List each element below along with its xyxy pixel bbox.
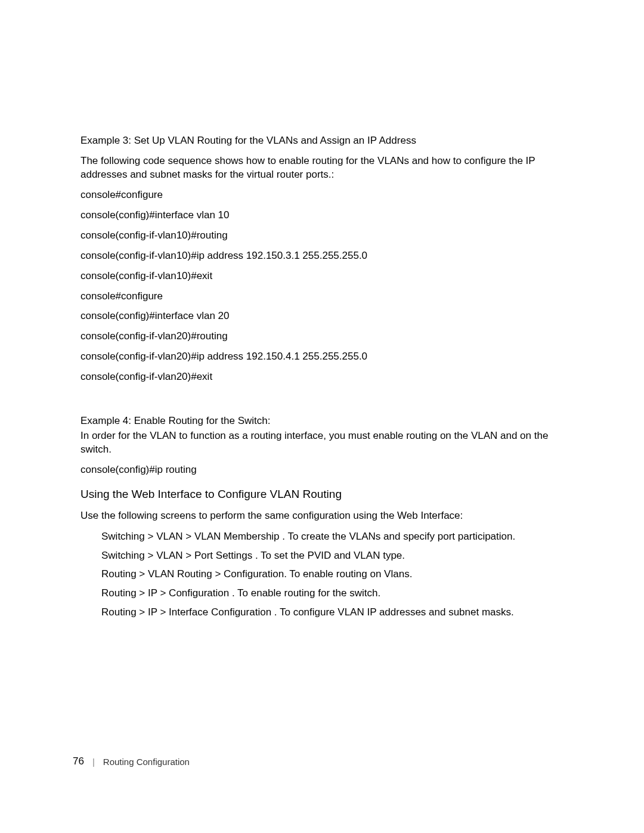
web-interface-heading: Using the Web Interface to Configure VLA…: [80, 488, 564, 501]
web-item: Routing > IP > Interface Configuration .…: [80, 605, 564, 620]
console-line: console(config-if-vlan20)#ip address 192…: [80, 350, 564, 364]
footer-divider: |: [92, 757, 95, 767]
example3-intro: The following code sequence shows how to…: [80, 154, 564, 182]
example4-title: Example 4: Enable Routing for the Switch…: [80, 414, 564, 428]
console-line: console(config-if-vlan20)#exit: [80, 370, 564, 384]
console-line: console(config-if-vlan20)#routing: [80, 330, 564, 343]
console-line: console(config-if-vlan10)#exit: [80, 270, 564, 283]
web-interface-intro: Use the following screens to perform the…: [80, 509, 564, 523]
console-line: console#configure: [80, 290, 564, 304]
console-line: console(config)#interface vlan 20: [80, 309, 564, 323]
spacer: [80, 391, 564, 414]
web-item: Routing > IP > Configuration . To enable…: [80, 586, 564, 600]
footer-section-label: Routing Configuration: [103, 757, 190, 767]
web-item: Switching > VLAN > Port Settings . To se…: [80, 549, 564, 563]
page-footer: 76 | Routing Configuration: [73, 755, 190, 767]
console-line: console(config)#interface vlan 10: [80, 209, 564, 222]
console-line: console(config-if-vlan10)#ip address 192…: [80, 249, 564, 263]
console-line: console#configure: [80, 188, 564, 202]
example4-intro: In order for the VLAN to function as a r…: [80, 429, 564, 457]
page-number: 76: [73, 755, 84, 767]
web-item: Switching > VLAN > VLAN Membership . To …: [80, 529, 564, 544]
web-item: Routing > VLAN Routing > Configuration. …: [80, 567, 564, 581]
console-line: console(config-if-vlan10)#routing: [80, 229, 564, 243]
example3-title: Example 3: Set Up VLAN Routing for the V…: [80, 134, 564, 148]
console-line: console(config)#ip routing: [80, 463, 564, 477]
page-content: Example 3: Set Up VLAN Routing for the V…: [0, 0, 644, 620]
